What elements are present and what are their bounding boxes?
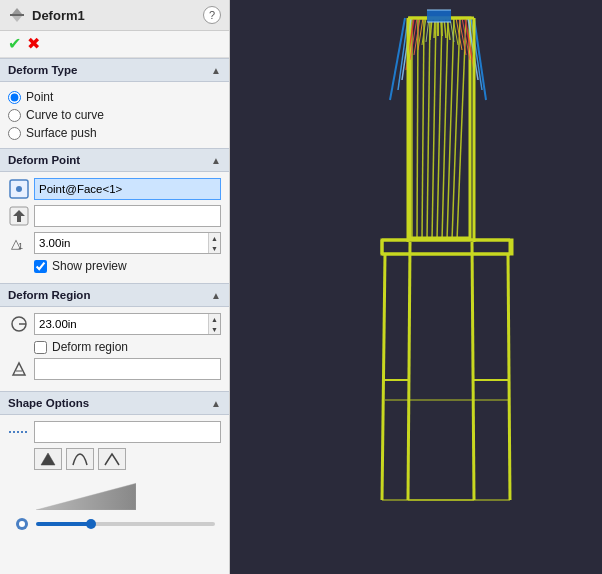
svg-rect-12 — [230, 0, 602, 574]
svg-marker-9 — [36, 483, 136, 510]
shape-options-section-header[interactable]: Shape Options ▲ — [0, 391, 229, 415]
radius-spinner: ▲ ▼ — [34, 313, 221, 335]
panel-title: Deform1 — [32, 8, 85, 23]
cancel-button[interactable]: ✖ — [27, 36, 40, 52]
panel-header: Deform1 ? — [0, 0, 229, 31]
shape-input-row — [8, 421, 221, 443]
distance-spinner: ▲ ▼ — [34, 232, 221, 254]
distance-icon: △ 1 — [8, 232, 30, 254]
help-button[interactable]: ? — [203, 6, 221, 24]
svg-line-15 — [417, 18, 418, 240]
shape-btn-bell[interactable] — [66, 448, 94, 470]
deform-point-chevron: ▲ — [211, 155, 221, 166]
radius-icon — [8, 313, 30, 335]
deform-region-content: ▲ ▼ Deform region — [0, 307, 229, 391]
direction-input[interactable] — [34, 205, 221, 227]
panel-title-row: Deform1 — [8, 6, 85, 24]
radio-curve: Curve to curve — [8, 108, 221, 122]
radius-arrows: ▲ ▼ — [208, 314, 220, 334]
radius-up-arrow[interactable]: ▲ — [209, 314, 220, 324]
shape-buttons — [8, 448, 221, 470]
slider-thumb[interactable] — [86, 519, 96, 529]
dots-icon — [8, 421, 30, 443]
deform-region-chk-label[interactable]: Deform region — [52, 340, 128, 354]
distance-up-arrow[interactable]: ▲ — [209, 233, 220, 243]
radio-point-label[interactable]: Point — [26, 90, 53, 104]
deform-region-row: Deform region — [8, 340, 221, 354]
radio-surface-input[interactable] — [8, 127, 21, 140]
svg-rect-0 — [10, 14, 24, 16]
show-preview-label[interactable]: Show preview — [52, 259, 127, 273]
slider-row — [8, 516, 221, 538]
deform-region-section-header[interactable]: Deform Region ▲ — [0, 283, 229, 307]
triangle-graphic-row — [8, 476, 221, 516]
right-viewport — [230, 0, 602, 574]
shape-slider[interactable] — [36, 522, 215, 526]
shape-btn-triangle[interactable] — [34, 448, 62, 470]
deform-type-chevron: ▲ — [211, 65, 221, 76]
region-body-row — [8, 358, 221, 380]
svg-line-57 — [508, 254, 510, 500]
shape-input[interactable] — [34, 421, 221, 443]
face-input[interactable] — [34, 178, 221, 200]
triangle-graphic — [36, 480, 136, 510]
distance-input[interactable] — [35, 233, 208, 253]
radio-surface: Surface push — [8, 126, 221, 140]
shape-options-content — [0, 415, 229, 544]
face-icon — [8, 178, 30, 200]
toolbar-row: ✔ ✖ — [0, 31, 229, 58]
distance-down-arrow[interactable]: ▼ — [209, 243, 220, 253]
slider-icon — [14, 516, 30, 532]
svg-rect-65 — [427, 10, 451, 22]
svg-line-58 — [408, 242, 410, 500]
region-body-icon — [8, 358, 30, 380]
show-preview-checkbox[interactable] — [34, 260, 47, 273]
deform-type-radio-group: Point Curve to curve Surface push — [8, 88, 221, 142]
deform-region-chevron: ▲ — [211, 290, 221, 301]
show-preview-row: Show preview — [8, 259, 221, 273]
radio-surface-label[interactable]: Surface push — [26, 126, 97, 140]
deform-icon — [8, 6, 26, 24]
arrow-icon — [8, 205, 30, 227]
shape-options-label: Shape Options — [8, 397, 89, 409]
radius-row: ▲ ▼ — [8, 313, 221, 335]
deform-point-label: Deform Point — [8, 154, 80, 166]
svg-line-59 — [472, 242, 474, 500]
distance-row: △ 1 ▲ ▼ — [8, 232, 221, 254]
radius-down-arrow[interactable]: ▼ — [209, 324, 220, 334]
shape-btn-curve[interactable] — [98, 448, 126, 470]
deform-type-section-header[interactable]: Deform Type ▲ — [0, 58, 229, 82]
arrow-input-row — [8, 205, 221, 227]
svg-point-11 — [19, 521, 25, 527]
radio-curve-label[interactable]: Curve to curve — [26, 108, 104, 122]
face-input-row — [8, 178, 221, 200]
radio-point-input[interactable] — [8, 91, 21, 104]
ok-button[interactable]: ✔ — [8, 36, 21, 52]
deform-type-label: Deform Type — [8, 64, 77, 76]
radius-input[interactable] — [35, 314, 208, 334]
deform-region-checkbox[interactable] — [34, 341, 47, 354]
region-body-input[interactable] — [34, 358, 221, 380]
radio-point: Point — [8, 90, 221, 104]
svg-text:1: 1 — [18, 241, 23, 251]
distance-arrows: ▲ ▼ — [208, 233, 220, 253]
deform-point-section-header[interactable]: Deform Point ▲ — [0, 148, 229, 172]
deform-type-content: Point Curve to curve Surface push — [0, 82, 229, 148]
chair-svg — [230, 0, 602, 574]
deform-point-content: △ 1 ▲ ▼ Show preview — [0, 172, 229, 283]
radio-curve-input[interactable] — [8, 109, 21, 122]
shape-options-chevron: ▲ — [211, 398, 221, 409]
deform-region-label: Deform Region — [8, 289, 90, 301]
svg-point-2 — [16, 186, 22, 192]
left-panel: Deform1 ? ✔ ✖ Deform Type ▲ Point Curve … — [0, 0, 230, 574]
